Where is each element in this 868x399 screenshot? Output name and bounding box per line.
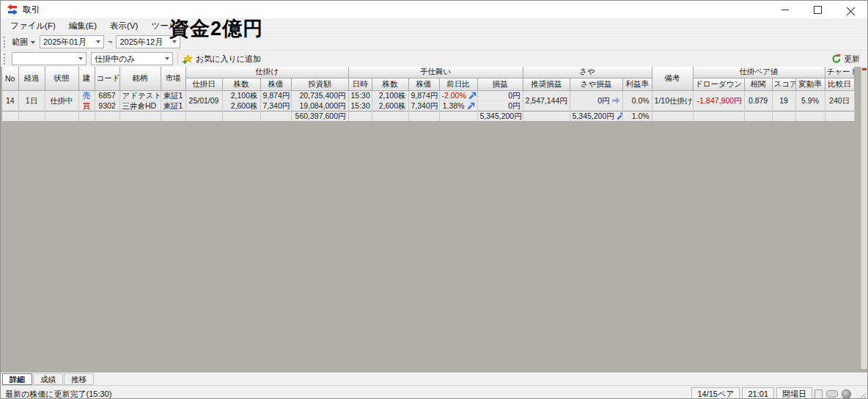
entry-amount-cell: 20,735,400円 xyxy=(291,90,348,100)
close-qty-cell: 2,600株 xyxy=(372,100,408,111)
col-vol[interactable]: 変動率 xyxy=(795,78,825,90)
name-cell: アドテスト xyxy=(119,90,161,100)
total-amount-cell: 560,397,600円 xyxy=(291,111,348,121)
change-cell: -2.00% xyxy=(439,90,477,100)
period-label: 範囲 xyxy=(12,37,28,48)
pl-cell: 0円 xyxy=(477,100,523,111)
status-cell: 仕掛中 xyxy=(45,90,78,111)
entry-qty-cell: 2,100株 xyxy=(222,90,260,100)
period-toolbar: 範囲 2025年01月 ~ 2025年12月 xyxy=(1,33,867,50)
menu-file[interactable]: ファイル(F) xyxy=(4,19,62,33)
col-market[interactable]: 市場 xyxy=(161,67,185,90)
refresh-button[interactable]: 更新 xyxy=(831,54,860,65)
time-cell: 15:30 xyxy=(348,100,372,111)
col-drawdown[interactable]: ドローダウン xyxy=(693,78,744,90)
refresh-label: 更新 xyxy=(844,54,860,65)
connection-status-icon xyxy=(842,389,851,399)
empty-cell xyxy=(185,111,222,121)
col-elapsed[interactable]: 経過 xyxy=(18,67,45,90)
pair-row-14-sell-leg[interactable]: 141日仕掛中売6857アドテスト東証125/01/092,100株9,874円… xyxy=(2,90,854,100)
tab-detail[interactable]: 詳細 xyxy=(2,373,32,385)
col-compare[interactable]: 比較日 xyxy=(825,78,854,90)
table-header: No 経過 状態 建 コード 銘柄 市場 仕掛け 手仕舞い さや 備考 仕掛ペア… xyxy=(2,67,854,90)
entry-qty-cell: 2,600株 xyxy=(222,100,260,111)
resize-grip[interactable] xyxy=(858,392,866,399)
col-amount[interactable]: 投資額 xyxy=(291,78,348,90)
group-chart-values: チャート値 xyxy=(825,67,854,78)
entry-date-cell: 25/01/09 xyxy=(185,90,222,111)
col-change[interactable]: 前日比 xyxy=(439,78,477,90)
period-from-combobox[interactable]: 2025年01月 xyxy=(40,35,104,48)
rec-pl-cell: 2,547,144円 xyxy=(523,90,570,111)
market-cell: 東証1 xyxy=(161,100,185,111)
col-rec-pl[interactable]: 推奨損益 xyxy=(523,78,570,90)
close-price-cell: 7,340円 xyxy=(408,100,439,111)
tab-transition[interactable]: 推移 xyxy=(64,373,94,385)
col-price[interactable]: 株価 xyxy=(260,78,291,90)
col-score[interactable]: スコア xyxy=(772,78,795,90)
total-rate-cell: 1.0% xyxy=(622,111,652,121)
market-cell: 東証1 xyxy=(161,90,185,100)
toolbar-grip[interactable] xyxy=(4,37,7,48)
empty-cell xyxy=(408,111,439,121)
col-rate[interactable]: 利益率 xyxy=(622,78,652,90)
close-qty-cell: 2,100株 xyxy=(372,90,408,100)
col-entry-date[interactable]: 仕掛日 xyxy=(185,78,222,90)
code-cell: 6857 xyxy=(95,90,119,100)
entry-price-cell: 9,874円 xyxy=(260,90,291,100)
vertical-scrollbar[interactable] xyxy=(861,67,867,369)
table-body: 141日仕掛中売6857アドテスト東証125/01/092,100株9,874円… xyxy=(2,90,854,121)
strategy-combobox[interactable] xyxy=(12,52,87,65)
menu-view[interactable]: 表示(V) xyxy=(103,19,144,33)
toolbar-grip[interactable] xyxy=(4,54,7,65)
rate-cell: 0.0% xyxy=(622,90,652,111)
col-close-price[interactable]: 株価 xyxy=(408,78,439,90)
period-tilde: ~ xyxy=(108,37,112,46)
scroll-marker xyxy=(862,68,867,70)
menu-bar: ファイル(F) 編集(E) 表示(V) ツール(T) xyxy=(1,18,867,33)
flat-arrow-icon xyxy=(612,97,620,104)
empty-cell xyxy=(78,111,95,121)
maximize-button[interactable] xyxy=(801,1,834,18)
col-code[interactable]: コード xyxy=(95,67,119,90)
period-dropdown-icon[interactable] xyxy=(31,41,35,44)
total-spread-pl-cell: 5,345,200円 xyxy=(570,111,622,121)
tab-performance[interactable]: 成績 xyxy=(33,373,63,385)
pair-trade-table: No 経過 状態 建 コード 銘柄 市場 仕掛け 手仕舞い さや 備考 仕掛ペア… xyxy=(2,67,855,121)
group-exit: 手仕舞い xyxy=(348,67,523,78)
name-cell: 三井倉HD xyxy=(119,100,161,111)
code-cell: 9302 xyxy=(95,100,119,111)
col-side[interactable]: 建 xyxy=(78,67,95,90)
close-button[interactable] xyxy=(834,1,867,18)
filter-combobox[interactable]: 仕掛中のみ xyxy=(91,52,173,65)
compare-cell: 240日 xyxy=(825,90,854,111)
col-note[interactable]: 備考 xyxy=(652,67,693,90)
col-no[interactable]: No xyxy=(2,67,18,90)
close-price-cell: 9,874円 xyxy=(408,90,439,100)
menu-edit[interactable]: 編集(E) xyxy=(62,19,103,33)
chevron-down-icon xyxy=(76,57,86,60)
market-mode-box: 開場日 xyxy=(776,387,812,399)
up-arrow-icon xyxy=(467,102,475,110)
title-bar: 取引 xyxy=(1,1,867,18)
empty-cell xyxy=(439,111,477,121)
filter-value: 仕掛中のみ xyxy=(95,54,136,65)
add-favorite-button[interactable]: お気に入りに追加 xyxy=(183,54,261,65)
close-icon xyxy=(847,6,855,14)
col-status[interactable]: 状態 xyxy=(45,67,78,90)
empty-cell xyxy=(795,111,825,121)
col-time[interactable]: 日時 xyxy=(348,78,372,90)
col-corr[interactable]: 相関 xyxy=(744,78,772,90)
minimize-button[interactable] xyxy=(768,1,801,18)
minimize-icon xyxy=(781,10,789,10)
col-name[interactable]: 銘柄 xyxy=(119,67,161,90)
col-qty[interactable]: 株数 xyxy=(222,78,260,90)
change-cell: 1.38% xyxy=(439,100,477,111)
col-close-qty[interactable]: 株数 xyxy=(372,78,408,90)
entry-amount-cell: 19,084,000円 xyxy=(291,100,348,111)
col-spread-pl[interactable]: さや損益 xyxy=(570,78,622,90)
elapsed-cell: 1日 xyxy=(18,90,45,111)
col-pl[interactable]: 損益 xyxy=(477,78,523,90)
status-message: 最新の株価に更新完了(15:30) xyxy=(5,389,111,399)
pair-count-box: 14/15ペア xyxy=(691,387,740,399)
